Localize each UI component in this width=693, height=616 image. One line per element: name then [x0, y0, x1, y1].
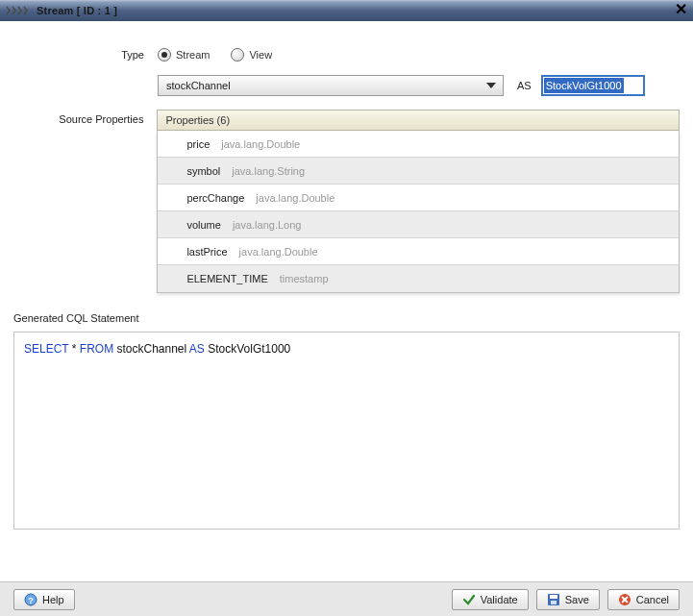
button-label: Save — [565, 594, 589, 605]
type-radio-view[interactable]: View — [231, 48, 272, 62]
generated-cql-label: Generated CQL Statement — [13, 312, 680, 324]
cql-keyword: SELECT — [24, 342, 68, 356]
table-row[interactable]: ELEMENT_TIME timestamp — [158, 265, 679, 292]
table-row[interactable]: price java.lang.Double — [158, 131, 679, 158]
cql-text: StockVolGt1000 — [205, 342, 290, 356]
table-row[interactable]: percChange java.lang.Double — [158, 185, 679, 211]
prop-name: price — [186, 138, 210, 150]
radio-label: View — [249, 49, 272, 61]
cql-keyword: FROM — [80, 342, 113, 356]
footer-bar: ? Help Validate Save Cancel — [0, 581, 693, 616]
prop-name: percChange — [186, 192, 244, 204]
radio-label: Stream — [176, 49, 210, 61]
prop-name: volume — [186, 219, 220, 231]
svg-text:?: ? — [28, 595, 34, 604]
cql-text: * — [68, 342, 79, 356]
help-icon: ? — [24, 593, 37, 606]
svg-rect-3 — [550, 595, 557, 599]
dropdown-value: stockChannel — [166, 80, 231, 91]
titlebar-chevrons-icon — [6, 5, 33, 16]
table-row[interactable]: symbol java.lang.String — [158, 158, 679, 185]
save-icon — [547, 593, 560, 606]
radio-icon — [231, 48, 244, 62]
cancel-icon — [618, 593, 631, 606]
prop-name: symbol — [186, 165, 220, 177]
button-label: Validate — [481, 594, 518, 605]
source-properties-label: Source Properties — [13, 110, 157, 125]
dialog-content: Type Stream View stockChannel AS StockV — [0, 21, 693, 564]
table-row[interactable]: lastPrice java.lang.Double — [158, 238, 679, 265]
save-button[interactable]: Save — [536, 589, 600, 610]
prop-type: java.lang.Long — [233, 219, 302, 231]
prop-type: java.lang.Double — [239, 246, 318, 258]
validate-button[interactable]: Validate — [452, 589, 529, 610]
check-icon — [462, 593, 476, 606]
as-input[interactable]: StockVolGt1000 — [541, 75, 645, 96]
titlebar: Stream [ ID : 1 ] ✕ — [0, 0, 693, 21]
type-label: Type — [13, 49, 158, 61]
properties-header: Properties (6) — [157, 110, 680, 131]
button-label: Cancel — [636, 594, 669, 605]
svg-rect-4 — [551, 601, 557, 604]
as-input-value: StockVolGt1000 — [544, 78, 624, 93]
prop-type: java.lang.Double — [221, 138, 300, 150]
table-row[interactable]: volume java.lang.Long — [158, 211, 679, 238]
window-title: Stream [ ID : 1 ] — [37, 5, 117, 16]
prop-type: java.lang.Double — [256, 192, 334, 204]
properties-table: price java.lang.Double symbol java.lang.… — [157, 131, 680, 293]
type-radio-stream[interactable]: Stream — [158, 48, 210, 62]
prop-type: timestamp — [280, 273, 329, 284]
button-label: Help — [42, 594, 64, 605]
prop-name: lastPrice — [186, 246, 227, 258]
close-icon[interactable]: ✕ — [675, 2, 687, 17]
cql-text: stockChannel — [113, 342, 189, 356]
chevron-down-icon — [483, 78, 499, 93]
prop-type: java.lang.String — [232, 165, 305, 177]
generated-cql-box: SELECT * FROM stockChannel AS StockVolGt… — [13, 332, 680, 530]
radio-icon — [158, 48, 171, 62]
cql-keyword: AS — [189, 342, 205, 356]
source-dropdown[interactable]: stockChannel — [158, 75, 504, 96]
as-label: AS — [517, 80, 532, 91]
cancel-button[interactable]: Cancel — [607, 589, 680, 610]
prop-name: ELEMENT_TIME — [186, 273, 267, 284]
help-button[interactable]: ? Help — [13, 589, 75, 610]
